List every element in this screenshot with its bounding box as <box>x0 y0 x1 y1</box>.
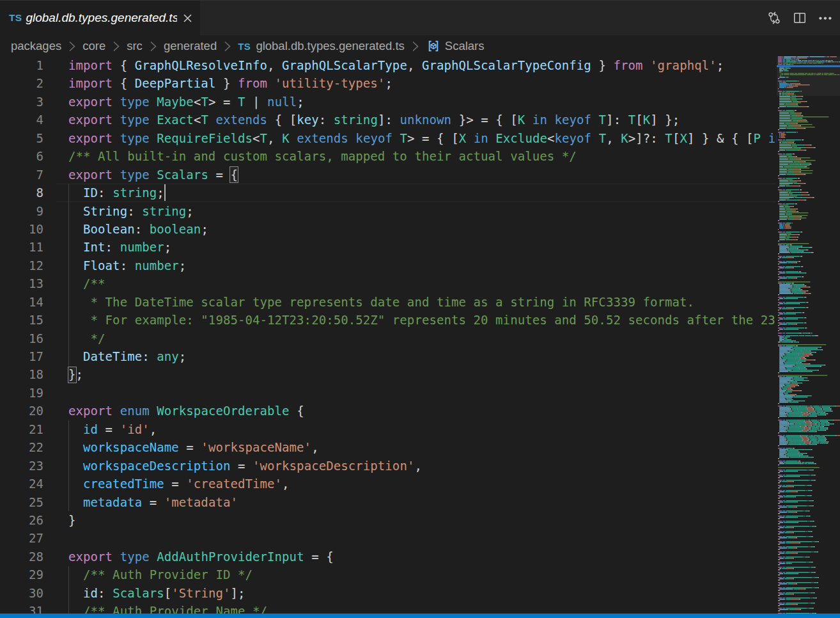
code-line-20[interactable]: 20export enum WorkspaceOrderable { <box>0 402 777 420</box>
code-line-30[interactable]: 30 id: Scalars['String']; <box>0 584 777 602</box>
breadcrumb-item-generated[interactable]: generated <box>164 39 217 53</box>
chevron-right-icon <box>221 40 234 53</box>
line-number-6[interactable]: 6 <box>0 147 43 165</box>
line-number-21[interactable]: 21 <box>0 420 43 438</box>
line-number-24[interactable]: 24 <box>0 475 43 493</box>
code-line-29[interactable]: 29 /** Auth Provider ID */ <box>0 566 777 583</box>
code-line-3[interactable]: 3export type Maybe<T> = T | null; <box>0 93 777 111</box>
code-line-22[interactable]: 22 workspaceName = 'workspaceName', <box>0 438 777 456</box>
line-number-11[interactable]: 11 <box>0 238 43 256</box>
line-number-15[interactable]: 15 <box>0 311 43 329</box>
line-number-2[interactable]: 2 <box>0 74 43 92</box>
line-number-9[interactable]: 9 <box>0 202 43 220</box>
code-line-18[interactable]: 18}; <box>0 365 777 383</box>
chevron-right-icon <box>221 40 234 53</box>
code-line-13[interactable]: 13 /** <box>0 274 777 292</box>
line-number-10[interactable]: 10 <box>0 220 43 238</box>
line-number-19[interactable]: 19 <box>0 384 43 402</box>
code-line-content: } <box>68 511 76 529</box>
open-changes-button[interactable] <box>763 6 786 29</box>
typescript-file-icon: TS <box>9 12 22 24</box>
close-icon <box>183 13 192 23</box>
code-line-12[interactable]: 12 Float: number; <box>0 257 777 274</box>
code-line-31[interactable]: 31 /** Auth Provider Name */ <box>0 602 777 614</box>
chevron-right-icon <box>65 40 79 53</box>
line-number-20[interactable]: 20 <box>0 402 43 420</box>
line-number-18[interactable]: 18 <box>0 365 43 383</box>
line-number-12[interactable]: 12 <box>0 257 43 274</box>
code-line-19[interactable]: 19 <box>0 384 777 402</box>
code-line-content: id: Scalars['String']; <box>68 584 245 602</box>
code-line-2[interactable]: 2import { DeepPartial } from 'utility-ty… <box>0 74 777 92</box>
line-number-22[interactable]: 22 <box>0 438 43 456</box>
code-line-7[interactable]: 7export type Scalars = { <box>0 166 777 184</box>
typescript-file-icon: TS <box>238 41 251 52</box>
line-number-5[interactable]: 5 <box>0 129 43 147</box>
editor-actions <box>763 1 837 35</box>
chevron-right-icon <box>408 40 422 53</box>
code-line-content: * The DateTime scalar type represents da… <box>68 293 694 311</box>
code-line-4[interactable]: 4export type Exact<T extends { [key: str… <box>0 111 777 129</box>
code-line-21[interactable]: 21 id = 'id', <box>0 420 777 438</box>
code-line-14[interactable]: 14 * The DateTime scalar type represents… <box>0 293 777 311</box>
code-line-16[interactable]: 16 */ <box>0 329 777 347</box>
minimap[interactable] <box>777 56 840 614</box>
line-number-29[interactable]: 29 <box>0 566 43 583</box>
code-line-28[interactable]: 28export type AddAuthProviderInput = { <box>0 548 777 566</box>
line-number-27[interactable]: 27 <box>0 529 43 547</box>
line-number-7[interactable]: 7 <box>0 166 43 184</box>
minimap-slider[interactable] <box>777 56 840 96</box>
line-number-23[interactable]: 23 <box>0 457 43 475</box>
code-line-27[interactable]: 27 <box>0 529 777 547</box>
close-tab-button[interactable] <box>180 10 195 26</box>
editor-code-area[interactable]: 1import { GraphQLResolveInfo, GraphQLSca… <box>0 56 777 614</box>
code-line-content: metadata = 'metadata' <box>68 493 238 511</box>
code-line-9[interactable]: 9 String: string; <box>0 202 777 220</box>
breadcrumb-item-core[interactable]: core <box>82 39 105 53</box>
breadcrumb-item-packages[interactable]: packages <box>11 39 61 53</box>
line-number-17[interactable]: 17 <box>0 347 43 365</box>
code-line-11[interactable]: 11 Int: number; <box>0 238 777 256</box>
line-number-26[interactable]: 26 <box>0 511 43 529</box>
line-number-3[interactable]: 3 <box>0 93 43 111</box>
code-line-1[interactable]: 1import { GraphQLResolveInfo, GraphQLSca… <box>0 56 777 74</box>
code-line-15[interactable]: 15 * For example: "1985-04-12T23:20:50.5… <box>0 311 777 329</box>
code-line-26[interactable]: 26} <box>0 511 777 529</box>
code-line-25[interactable]: 25 metadata = 'metadata' <box>0 493 777 511</box>
code-lines: 1import { GraphQLResolveInfo, GraphQLSca… <box>0 56 777 614</box>
code-line-content: /** Auth Provider ID */ <box>68 566 253 583</box>
breadcrumb-item-global-db-types-generated-ts[interactable]: TSglobal.db.types.generated.ts <box>238 39 405 53</box>
line-number-4[interactable]: 4 <box>0 111 43 129</box>
breadcrumb-item-src[interactable]: src <box>127 39 143 53</box>
tab-global-db-types-generated-ts[interactable]: TS global.db.types.generated.ts <box>0 1 200 35</box>
code-line-17[interactable]: 17 DateTime: any; <box>0 347 777 365</box>
code-line-8[interactable]: 8 ID: string; <box>0 184 777 202</box>
code-line-content: createdTime = 'createdTime', <box>68 475 290 493</box>
line-number-16[interactable]: 16 <box>0 329 43 347</box>
code-line-content: */ <box>68 329 105 347</box>
more-actions-button[interactable] <box>814 6 837 29</box>
code-line-6[interactable]: 6/** All built-in and custom scalars, ma… <box>0 147 777 165</box>
chevron-right-icon <box>65 40 79 53</box>
line-number-31[interactable]: 31 <box>0 602 43 614</box>
breadcrumb-item-scalars[interactable]: Scalars <box>426 38 485 54</box>
code-line-10[interactable]: 10 Boolean: boolean; <box>0 220 777 238</box>
code-line-content: Boolean: boolean; <box>68 220 208 238</box>
code-line-content: DateTime: any; <box>68 347 186 365</box>
code-line-content: String: string; <box>68 202 194 220</box>
line-number-13[interactable]: 13 <box>0 274 43 292</box>
split-editor-button[interactable] <box>788 6 811 29</box>
line-number-25[interactable]: 25 <box>0 493 43 511</box>
code-line-content: export type RequireFields<T, K extends k… <box>68 129 777 147</box>
line-number-28[interactable]: 28 <box>0 548 43 566</box>
line-number-8[interactable]: 8 <box>0 184 43 202</box>
line-number-14[interactable]: 14 <box>0 293 43 311</box>
code-line-content: import { DeepPartial } from 'utility-typ… <box>68 74 393 92</box>
split-horizontal-icon <box>792 10 807 26</box>
code-line-content: import { GraphQLResolveInfo, GraphQLScal… <box>68 56 724 74</box>
code-line-5[interactable]: 5export type RequireFields<T, K extends … <box>0 129 777 147</box>
code-line-23[interactable]: 23 workspaceDescription = 'workspaceDesc… <box>0 457 777 475</box>
line-number-30[interactable]: 30 <box>0 584 43 602</box>
code-line-24[interactable]: 24 createdTime = 'createdTime', <box>0 475 777 493</box>
line-number-1[interactable]: 1 <box>0 56 43 74</box>
